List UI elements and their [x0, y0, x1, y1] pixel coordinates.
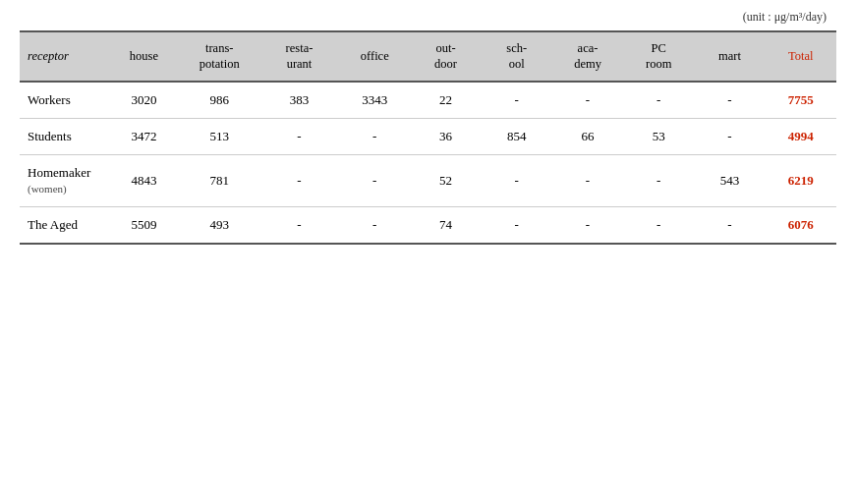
cell-workers-house: 3020	[108, 82, 179, 119]
cell-homemaker-total: 6219	[766, 154, 836, 206]
cell-homemaker-mart: 543	[694, 154, 765, 206]
header-restaurant: resta-urant	[259, 31, 339, 82]
cell-homemaker-outdoor: 52	[410, 154, 481, 206]
cell-workers-pcroom: -	[623, 82, 694, 119]
cell-aged-pcroom: -	[623, 206, 694, 244]
cell-students-outdoor: 36	[410, 118, 481, 154]
cell-homemaker-trans: 781	[180, 154, 259, 206]
cell-homemaker-pcroom: -	[623, 154, 694, 206]
cell-aged-total: 6076	[766, 206, 836, 244]
cell-students-mart: -	[694, 118, 765, 154]
cell-workers-school: -	[482, 82, 552, 119]
cell-aged-mart: -	[694, 206, 765, 244]
table-row: Students 3472 513 - - 36 854 66 53 - 499…	[20, 118, 836, 154]
cell-aged-school: -	[482, 206, 552, 244]
cell-students-trans: 513	[180, 118, 259, 154]
data-table: receptor house trans-potation resta-uran…	[20, 30, 836, 245]
cell-students-house: 3472	[108, 118, 179, 154]
cell-aged-outdoor: 74	[410, 206, 481, 244]
cell-students-academy: 66	[552, 118, 623, 154]
cell-workers-academy: -	[552, 82, 623, 119]
cell-workers-mart: -	[694, 82, 765, 119]
header-mart: mart	[694, 31, 765, 82]
table-row: Homemaker (women) 4843 781 - - 52 - - - …	[20, 154, 836, 206]
header-pcroom: PCroom	[623, 31, 694, 82]
cell-aged-office: -	[339, 206, 410, 244]
header-transportation: trans-potation	[180, 31, 259, 82]
header-house: house	[108, 31, 179, 82]
header-school: sch-ool	[482, 31, 552, 82]
cell-homemaker-resta: -	[259, 154, 339, 206]
cell-homemaker-office: -	[339, 154, 410, 206]
cell-workers-trans: 986	[180, 82, 259, 119]
receptor-aged: The Aged	[20, 206, 108, 244]
table-row: The Aged 5509 493 - - 74 - - - - 6076	[20, 206, 836, 244]
cell-students-total: 4994	[766, 118, 836, 154]
cell-workers-total: 7755	[766, 82, 836, 119]
table-row: Workers 3020 986 383 3343 22 - - - - 775…	[20, 82, 836, 119]
cell-students-pcroom: 53	[623, 118, 694, 154]
cell-workers-outdoor: 22	[410, 82, 481, 119]
receptor-students: Students	[20, 118, 108, 154]
receptor-homemaker: Homemaker (women)	[20, 154, 108, 206]
header-receptor: receptor	[20, 31, 108, 82]
cell-students-resta: -	[259, 118, 339, 154]
cell-homemaker-academy: -	[552, 154, 623, 206]
cell-homemaker-house: 4843	[108, 154, 179, 206]
cell-aged-resta: -	[259, 206, 339, 244]
cell-workers-office: 3343	[339, 82, 410, 119]
cell-workers-resta: 383	[259, 82, 339, 119]
cell-students-office: -	[339, 118, 410, 154]
cell-homemaker-school: -	[482, 154, 552, 206]
header-office: office	[339, 31, 410, 82]
cell-students-school: 854	[482, 118, 552, 154]
cell-aged-trans: 493	[180, 206, 259, 244]
header-outdoor: out-door	[410, 31, 481, 82]
header-academy: aca-demy	[552, 31, 623, 82]
receptor-workers: Workers	[20, 82, 108, 119]
cell-aged-academy: -	[552, 206, 623, 244]
cell-aged-house: 5509	[108, 206, 179, 244]
header-total: Total	[766, 31, 836, 82]
unit-label: (unit : μg/m³/day)	[20, 10, 836, 25]
